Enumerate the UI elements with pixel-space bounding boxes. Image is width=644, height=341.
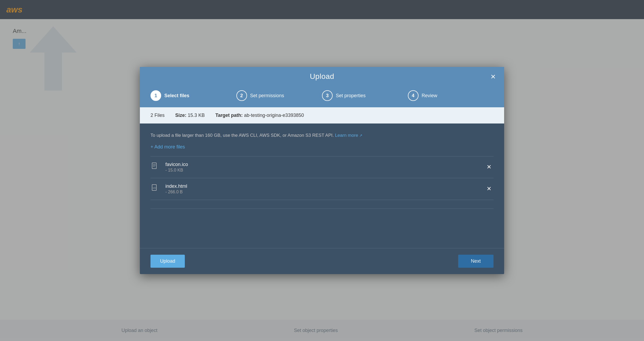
modal-body: To upload a file larger than 160 GB, use… bbox=[140, 123, 504, 248]
file-icon-favicon bbox=[150, 163, 159, 172]
modal-footer: Upload Next bbox=[140, 248, 504, 274]
step-4[interactable]: 4 Review bbox=[408, 90, 494, 101]
remove-favicon-button[interactable]: ✕ bbox=[484, 163, 494, 172]
upload-button[interactable]: Upload bbox=[150, 255, 185, 268]
step-1-label: Select files bbox=[164, 93, 189, 99]
table-row: </> index.html - 266.0 B ✕ bbox=[150, 178, 494, 200]
add-more-files-button[interactable]: + Add more files bbox=[150, 144, 185, 150]
step-4-circle: 4 bbox=[408, 90, 419, 101]
step-1-circle: 1 bbox=[150, 90, 161, 101]
remove-index-button[interactable]: ✕ bbox=[484, 184, 494, 193]
file-icon-index: </> bbox=[150, 184, 159, 193]
svg-text:</>: </> bbox=[153, 187, 156, 189]
file-size-index: - 266.0 B bbox=[165, 190, 478, 194]
steps-bar: 1 Select files 2 Set permissions 3 Set p… bbox=[140, 86, 504, 107]
file-info-bar: 2 Files Size: 15.3 KB Target path: ab-te… bbox=[140, 107, 504, 123]
step-3-label: Set properties bbox=[336, 93, 366, 99]
file-name-index: index.html bbox=[165, 184, 478, 189]
step-3-circle: 3 bbox=[322, 90, 333, 101]
file-size: Size: 15.3 KB bbox=[175, 113, 205, 118]
modal-header: Upload × bbox=[140, 67, 504, 86]
svg-rect-1 bbox=[152, 163, 156, 169]
step-1[interactable]: 1 Select files bbox=[150, 90, 236, 101]
modal-title: Upload bbox=[310, 72, 334, 81]
step-2-label: Set permissions bbox=[250, 93, 284, 99]
step-2[interactable]: 2 Set permissions bbox=[236, 90, 322, 101]
step-4-label: Review bbox=[422, 93, 437, 99]
file-size-favicon: - 15.0 KB bbox=[165, 168, 478, 173]
body-divider bbox=[150, 208, 494, 209]
step-3[interactable]: 3 Set properties bbox=[322, 90, 408, 101]
modal-backdrop: Upload × 1 Select files 2 Set permission… bbox=[0, 0, 644, 341]
target-path: Target path: ab-testing-origina-e3393850 bbox=[215, 113, 304, 118]
learn-more-link[interactable]: Learn more bbox=[335, 133, 362, 138]
table-row: favicon.ico - 15.0 KB ✕ bbox=[150, 156, 494, 178]
file-details-index: index.html - 266.0 B bbox=[165, 184, 478, 194]
close-button[interactable]: × bbox=[491, 72, 496, 81]
file-name-favicon: favicon.ico bbox=[165, 162, 478, 167]
upload-modal: Upload × 1 Select files 2 Set permission… bbox=[140, 67, 504, 274]
next-button[interactable]: Next bbox=[458, 255, 494, 268]
file-list: favicon.ico - 15.0 KB ✕ </> index.html bbox=[150, 156, 494, 200]
step-2-circle: 2 bbox=[236, 90, 247, 101]
file-details-favicon: favicon.ico - 15.0 KB bbox=[165, 162, 478, 173]
upload-hint: To upload a file larger than 160 GB, use… bbox=[150, 132, 494, 139]
file-count: 2 Files bbox=[150, 113, 165, 118]
